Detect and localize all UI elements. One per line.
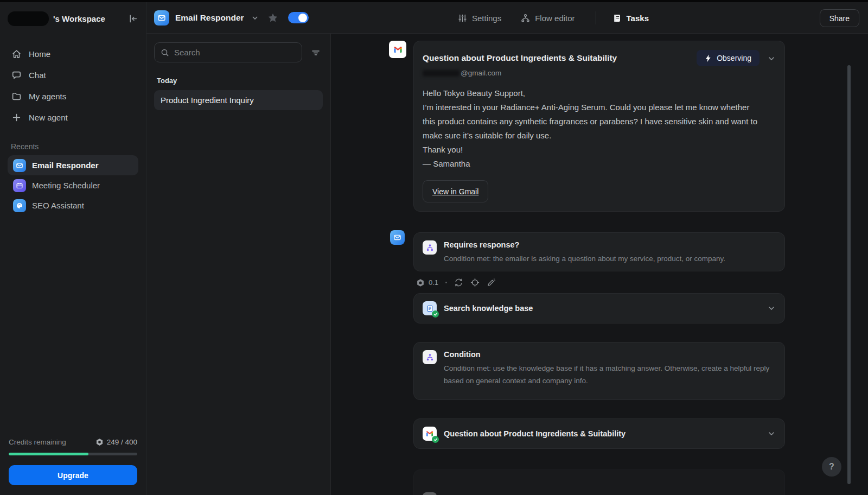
scrollbar-thumb[interactable] xyxy=(847,65,851,484)
step-texts: Condition Condition met: use the knowled… xyxy=(444,350,776,387)
sidebar-item-chat[interactable]: Chat xyxy=(8,65,138,86)
plus-icon xyxy=(11,112,22,123)
sender-name-redacted xyxy=(423,70,459,77)
right-column: Email Responder Settings Flow editor xyxy=(146,2,868,495)
chat-icon xyxy=(11,70,22,80)
recent-item-label: Meeting Scheduler xyxy=(32,181,100,190)
filter-icon[interactable] xyxy=(309,46,323,60)
task-list-item[interactable]: Product Ingredient Inquiry xyxy=(154,90,323,110)
sidebar-item-home[interactable]: Home xyxy=(8,43,138,65)
view-in-gmail-button[interactable]: View in Gmail xyxy=(423,180,488,202)
sidebar-item-label: New agent xyxy=(29,113,68,122)
topbar-divider xyxy=(596,11,596,24)
tab-tasks[interactable]: Tasks xyxy=(612,14,649,23)
email-card-header: Question about Product Ingredients & Sui… xyxy=(423,50,776,66)
rerun-icon[interactable] xyxy=(454,278,463,287)
email-card: Question about Product Ingredients & Sui… xyxy=(413,41,785,212)
email-card-chevron-down-icon[interactable] xyxy=(767,54,776,63)
sidebar-item-label: Chat xyxy=(29,71,46,80)
search-input[interactable] xyxy=(174,48,296,57)
task-title: Product Ingredient Inquiry xyxy=(161,96,254,105)
help-button[interactable]: ? xyxy=(822,457,841,477)
tab-label: Settings xyxy=(472,14,501,23)
credits-used: 0.1 xyxy=(416,278,438,287)
dot-separator xyxy=(445,282,447,283)
step-search-knowledge-base[interactable]: Search knowledge base xyxy=(413,293,785,323)
sidebar-item-my-agents[interactable]: My agents xyxy=(8,86,138,107)
agent-enabled-toggle[interactable] xyxy=(288,12,309,23)
collapse-sidebar-icon[interactable] xyxy=(128,14,138,24)
step-meta-row: 0.1 xyxy=(416,278,496,287)
email-body-line: Thank you! xyxy=(423,143,763,157)
recent-item-seo-assistant[interactable]: SEO Assistant xyxy=(8,195,138,215)
check-badge-icon xyxy=(432,310,439,318)
tasks-panel: Today Product Ingredient Inquiry xyxy=(146,34,331,495)
tab-flow-editor[interactable]: Flow editor xyxy=(521,14,575,23)
knowledge-base-icon xyxy=(423,301,437,315)
upgrade-button[interactable]: Upgrade xyxy=(9,465,137,485)
sidebar-nav: Home Chat My agents New agent xyxy=(8,43,138,128)
email-responder-icon xyxy=(13,159,26,172)
agent-icon xyxy=(154,10,169,26)
step-condition[interactable]: Condition Condition met: use the knowled… xyxy=(413,342,785,400)
recents-label: Recents xyxy=(11,142,135,151)
step-subtitle: Condition met: the emailer is asking a q… xyxy=(444,252,725,265)
step-gmail-thread-partial[interactable]: Gmail Thread: Question about Produ xyxy=(413,469,785,495)
step-title: Requires response? xyxy=(444,240,725,249)
flow-editor-icon xyxy=(521,14,530,23)
seo-assistant-icon xyxy=(13,199,26,212)
sender-domain: @gmail.com xyxy=(461,69,501,77)
email-body-line: Hello Tokyo Beauty Support, xyxy=(423,86,763,100)
tab-label: Flow editor xyxy=(535,14,575,23)
sidebar-item-label: Home xyxy=(29,49,50,59)
check-badge-icon xyxy=(432,436,439,443)
step-email-result[interactable]: Question about Product Ingredients & Sui… xyxy=(413,418,785,449)
step-title: Question about Product Ingredients & Sui… xyxy=(444,429,626,438)
meeting-scheduler-icon xyxy=(13,179,26,192)
credits-label: Credits remaining xyxy=(9,438,66,446)
focus-target-icon[interactable] xyxy=(470,278,480,287)
observing-status-badge[interactable]: Observing xyxy=(697,50,760,66)
expand-chevron-down-icon[interactable] xyxy=(767,429,776,438)
workspace-row[interactable]: 's Workspace xyxy=(8,10,138,27)
lightning-bolt-icon xyxy=(705,54,712,62)
email-body-line: I’m interested in your Radiance+ Anti-Ag… xyxy=(423,100,763,143)
agent-name: Email Responder xyxy=(175,13,244,23)
sidebar-item-new-agent[interactable]: New agent xyxy=(8,107,138,128)
recent-item-meeting-scheduler[interactable]: Meeting Scheduler xyxy=(8,175,138,195)
agent-selector[interactable]: Email Responder xyxy=(154,10,259,26)
home-icon xyxy=(11,49,22,59)
share-button[interactable]: Share xyxy=(820,9,859,27)
email-body-line: — Samantha xyxy=(423,157,763,171)
agent-step-avatar xyxy=(390,230,405,245)
edit-pen-icon[interactable] xyxy=(487,278,496,287)
app: 's Workspace Home Chat xyxy=(0,2,868,495)
task-group-label: Today xyxy=(157,77,320,85)
recent-item-email-responder[interactable]: Email Responder xyxy=(8,155,138,175)
recent-item-label: SEO Assistant xyxy=(32,201,84,210)
expand-chevron-down-icon[interactable] xyxy=(767,304,776,313)
email-subject: Question about Product Ingredients & Sui… xyxy=(423,50,617,63)
credits-used-value: 0.1 xyxy=(429,278,438,287)
condition-icon xyxy=(423,240,437,255)
toggle-knob xyxy=(298,14,307,22)
email-body: Hello Tokyo Beauty Support, I’m interest… xyxy=(423,86,763,171)
gmail-icon-dimmed xyxy=(423,492,437,495)
sidebar-item-label: My agents xyxy=(29,92,66,101)
tab-settings[interactable]: Settings xyxy=(458,14,501,23)
recent-item-label: Email Responder xyxy=(32,161,99,170)
workspace-name-suffix: 's Workspace xyxy=(53,14,105,23)
search-box[interactable] xyxy=(154,42,302,62)
credits-amount: 249 / 400 xyxy=(107,438,137,446)
agent-chevron-down-icon[interactable] xyxy=(251,14,259,22)
topbar: Email Responder Settings Flow editor xyxy=(146,2,868,34)
settings-sliders-icon xyxy=(458,14,467,23)
favorite-star-icon[interactable] xyxy=(267,12,278,23)
step-title: Search knowledge base xyxy=(444,304,533,313)
folder-icon xyxy=(11,91,22,101)
step-requires-response[interactable]: Requires response? Condition met: the em… xyxy=(413,232,785,271)
credits-row: Credits remaining 249 / 400 xyxy=(8,438,138,446)
tab-label: Tasks xyxy=(627,14,649,23)
credits-progress-track xyxy=(9,453,137,455)
credits-value: 249 / 400 xyxy=(95,438,137,446)
